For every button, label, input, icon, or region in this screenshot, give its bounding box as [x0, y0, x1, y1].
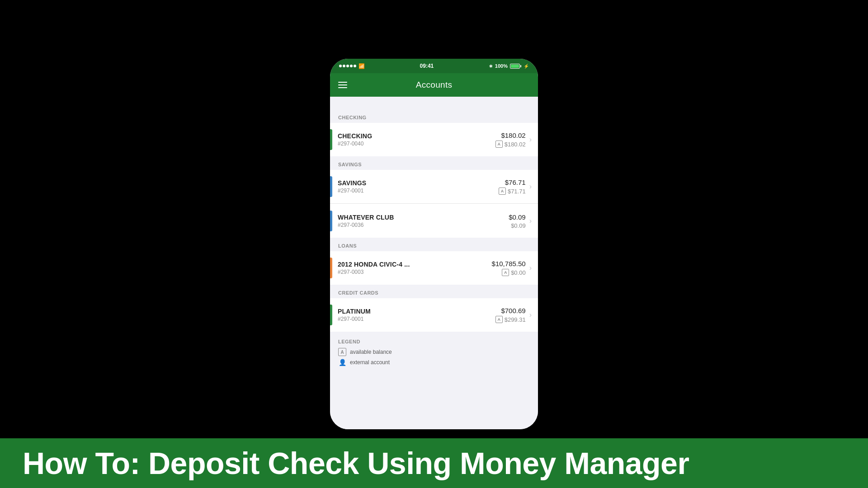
- balance-checking: $180.02: [495, 131, 526, 139]
- bluetooth-icon: ∗: [489, 63, 493, 69]
- available-badge-platinum: A: [495, 316, 503, 323]
- balance-section-savings: $76.71 A $71.71: [499, 178, 526, 195]
- account-name-savings: SAVINGS: [338, 179, 499, 187]
- status-time: 09:41: [420, 63, 434, 69]
- available-row-platinum: A $299.31: [495, 316, 526, 323]
- account-name-platinum: PLATINUM: [338, 308, 495, 315]
- account-card-savings[interactable]: SAVINGS #297-0001 $76.71 A $71.71 ›: [330, 170, 538, 204]
- balance-savings: $76.71: [499, 178, 526, 186]
- phone-frame: 📶 09:41 ∗ 100% ⚡ Accounts CHECKING: [330, 59, 538, 429]
- savings-cards: SAVINGS #297-0001 $76.71 A $71.71 ›: [330, 170, 538, 238]
- lower-third-text: How To: Deposit Check Using Money Manage…: [23, 446, 689, 481]
- account-name-whatever-club: WHATEVER CLUB: [338, 214, 509, 221]
- account-info-whatever-club: WHATEVER CLUB #297-0036: [338, 214, 509, 228]
- account-number-checking: #297-0040: [338, 141, 495, 147]
- available-amount-honda: $0.00: [511, 269, 526, 276]
- available-amount-savings: $71.71: [508, 188, 526, 195]
- wifi-icon: 📶: [359, 63, 365, 69]
- color-bar-whatever-club: [330, 211, 332, 231]
- loans-cards: 2012 HONDA CIVIC-4 ... #297-0003 $10,785…: [330, 251, 538, 285]
- section-header-credit-cards: CREDIT CARDS: [330, 286, 538, 298]
- battery-icon: [510, 64, 521, 69]
- available-badge-honda: A: [502, 269, 509, 276]
- hamburger-menu-button[interactable]: [338, 82, 347, 88]
- color-bar-checking: [330, 129, 332, 150]
- color-bar-honda: [330, 258, 332, 278]
- balance-section-checking: $180.02 A $180.02: [495, 131, 526, 148]
- legend-item-external: 👤 external account: [338, 358, 530, 366]
- available-amount-checking: $180.02: [505, 141, 526, 148]
- legend-badge-available: A: [338, 348, 346, 356]
- account-card-honda[interactable]: 2012 HONDA CIVIC-4 ... #297-0003 $10,785…: [330, 251, 538, 285]
- charging-icon: ⚡: [524, 64, 529, 69]
- account-name-checking: CHECKING: [338, 132, 495, 140]
- section-checking: CHECKING CHECKING #297-0040 $180.02 A $1…: [330, 110, 538, 156]
- status-bar: 📶 09:41 ∗ 100% ⚡: [330, 59, 538, 73]
- available-badge-savings: A: [499, 188, 506, 195]
- available-amount-platinum: $299.31: [505, 316, 526, 323]
- color-bar-platinum: [330, 305, 332, 325]
- available-row-whatever-club: $0.09: [509, 222, 526, 229]
- balance-section-honda: $10,785.50 A $0.00: [492, 260, 526, 276]
- color-bar-savings: [330, 176, 332, 197]
- account-number-whatever-club: #297-0036: [338, 222, 509, 228]
- available-row-checking: A $180.02: [495, 141, 526, 148]
- nav-bar: Accounts: [330, 73, 538, 97]
- chevron-honda: ›: [529, 264, 532, 272]
- available-badge-checking: A: [495, 141, 503, 148]
- section-credit-cards: CREDIT CARDS PLATINUM #297-0001 $700.69 …: [330, 286, 538, 332]
- section-savings: SAVINGS SAVINGS #297-0001 $76.71 A $71.7…: [330, 157, 538, 238]
- legend-text-available: available balance: [350, 349, 392, 355]
- account-info-checking: CHECKING #297-0040: [338, 132, 495, 147]
- balance-section-whatever-club: $0.09 $0.09: [509, 213, 526, 229]
- account-info-platinum: PLATINUM #297-0001: [338, 308, 495, 322]
- status-left: 📶: [339, 63, 365, 69]
- section-loans: LOANS 2012 HONDA CIVIC-4 ... #297-0003 $…: [330, 239, 538, 285]
- status-right: ∗ 100% ⚡: [489, 63, 529, 69]
- account-info-savings: SAVINGS #297-0001: [338, 179, 499, 194]
- account-name-honda: 2012 HONDA CIVIC-4 ...: [338, 261, 492, 268]
- available-amount-whatever-club: $0.09: [511, 222, 526, 229]
- section-header-checking: CHECKING: [330, 110, 538, 123]
- legend-text-external: external account: [350, 359, 390, 366]
- section-header-loans: LOANS: [330, 239, 538, 251]
- legend-icon-external: 👤: [338, 358, 346, 366]
- account-card-whatever-club[interactable]: WHATEVER CLUB #297-0036 $0.09 $0.09 ›: [330, 204, 538, 238]
- account-number-platinum: #297-0001: [338, 316, 495, 322]
- legend-section: LEGEND A available balance 👤 external ac…: [330, 333, 538, 375]
- checking-cards: CHECKING #297-0040 $180.02 A $180.02 ›: [330, 123, 538, 156]
- chevron-platinum: ›: [529, 311, 532, 319]
- balance-whatever-club: $0.09: [509, 213, 526, 221]
- battery-percent: 100%: [495, 63, 508, 69]
- balance-honda: $10,785.50: [492, 260, 526, 267]
- signal-dots: [339, 65, 356, 67]
- chevron-whatever-club: ›: [529, 217, 532, 225]
- available-row-honda: A $0.00: [492, 269, 526, 276]
- nav-title: Accounts: [416, 80, 453, 90]
- section-header-savings: SAVINGS: [330, 157, 538, 170]
- scroll-content[interactable]: CHECKING CHECKING #297-0040 $180.02 A $1…: [330, 97, 538, 429]
- account-card-checking[interactable]: CHECKING #297-0040 $180.02 A $180.02 ›: [330, 123, 538, 156]
- balance-section-platinum: $700.69 A $299.31: [495, 307, 526, 323]
- credit-cards-cards: PLATINUM #297-0001 $700.69 A $299.31 ›: [330, 298, 538, 332]
- lower-third-banner: How To: Deposit Check Using Money Manage…: [0, 438, 868, 488]
- top-spacer: [330, 97, 538, 110]
- balance-platinum: $700.69: [495, 307, 526, 314]
- account-number-honda: #297-0003: [338, 269, 492, 275]
- chevron-checking: ›: [529, 136, 532, 144]
- account-card-platinum[interactable]: PLATINUM #297-0001 $700.69 A $299.31 ›: [330, 298, 538, 332]
- legend-item-available: A available balance: [338, 348, 530, 356]
- available-row-savings: A $71.71: [499, 188, 526, 195]
- account-info-honda: 2012 HONDA CIVIC-4 ... #297-0003: [338, 261, 492, 275]
- chevron-savings: ›: [529, 183, 532, 191]
- account-number-savings: #297-0001: [338, 188, 499, 194]
- legend-title: LEGEND: [338, 339, 530, 344]
